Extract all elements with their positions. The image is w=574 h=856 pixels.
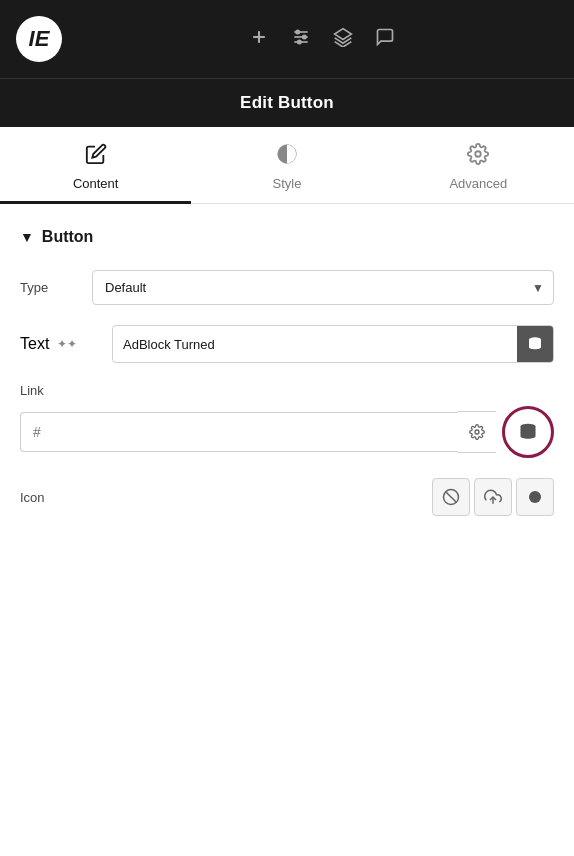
tab-advanced[interactable]: Advanced <box>383 127 574 203</box>
svg-point-6 <box>303 35 306 38</box>
text-field-row: Text ✦✦ <box>20 325 554 363</box>
circle-half-icon <box>276 143 298 170</box>
tab-bar: Content Style Advanced <box>0 127 574 204</box>
button-section-header: ▼ Button <box>20 228 554 246</box>
icon-ban-btn[interactable] <box>432 478 470 516</box>
tab-content[interactable]: Content <box>0 127 191 203</box>
svg-point-12 <box>475 430 479 434</box>
panel-title-bar: Edit Button <box>0 78 574 127</box>
link-field-section: Link <box>20 383 554 458</box>
icon-circle-btn[interactable] <box>516 478 554 516</box>
type-field-row: Type Default Info Success Warning Danger… <box>20 270 554 305</box>
link-db-icon-btn[interactable] <box>502 406 554 458</box>
link-input-row <box>20 406 554 458</box>
nav-icons-group <box>86 27 558 52</box>
gear-icon <box>467 143 489 170</box>
icon-upload-btn[interactable] <box>474 478 512 516</box>
icon-label: Icon <box>20 490 80 505</box>
plus-icon[interactable] <box>249 27 269 52</box>
svg-marker-8 <box>335 28 352 39</box>
layers-icon[interactable] <box>333 27 353 52</box>
link-label: Link <box>20 383 554 398</box>
tab-advanced-label: Advanced <box>449 176 507 191</box>
logo-text: IE <box>29 26 50 52</box>
panel-title-text: Edit Button <box>0 93 574 113</box>
svg-point-17 <box>529 491 541 503</box>
tab-style-label: Style <box>273 176 302 191</box>
sliders-icon[interactable] <box>291 27 311 52</box>
content-panel: ▼ Button Type Default Info Success Warni… <box>0 204 574 560</box>
text-label: Text <box>20 335 49 353</box>
icon-buttons-group <box>432 478 554 516</box>
ai-sparkle-icon: ✦✦ <box>57 337 77 351</box>
svg-line-15 <box>446 492 457 503</box>
type-select[interactable]: Default Info Success Warning Danger <box>92 270 554 305</box>
link-gear-btn[interactable] <box>458 411 496 453</box>
svg-point-5 <box>296 30 299 33</box>
section-title: Button <box>42 228 94 246</box>
elementor-logo[interactable]: IE <box>16 16 62 62</box>
type-label: Type <box>20 280 80 295</box>
tab-style[interactable]: Style <box>191 127 382 203</box>
type-select-wrapper: Default Info Success Warning Danger ▼ <box>92 270 554 305</box>
link-input[interactable] <box>20 412 458 452</box>
text-input[interactable] <box>113 328 517 361</box>
text-input-wrapper <box>112 325 554 363</box>
pencil-icon <box>85 143 107 170</box>
section-collapse-arrow[interactable]: ▼ <box>20 229 34 245</box>
icon-field-row: Icon <box>20 478 554 516</box>
svg-point-7 <box>298 40 301 43</box>
top-nav-bar: IE <box>0 0 574 78</box>
text-db-icon-btn[interactable] <box>517 326 553 362</box>
message-icon[interactable] <box>375 27 395 52</box>
svg-point-10 <box>476 151 482 157</box>
tab-content-label: Content <box>73 176 119 191</box>
text-label-group: Text ✦✦ <box>20 335 100 353</box>
